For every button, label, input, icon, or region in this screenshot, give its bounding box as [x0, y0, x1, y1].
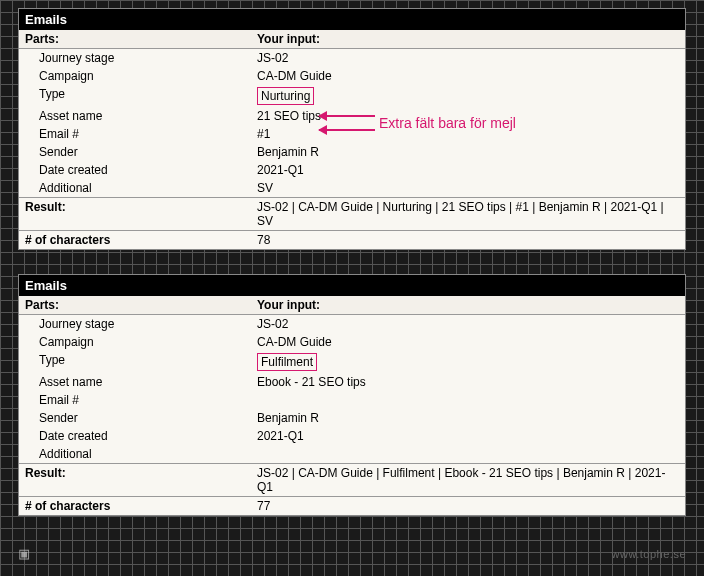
result-row: Result:JS-02 | CA-DM Guide | Fulfilment …: [19, 464, 685, 497]
table-row: CampaignCA-DM Guide: [19, 67, 685, 85]
row-label: Sender: [19, 409, 251, 427]
table-row: TypeFulfilment: [19, 351, 685, 373]
row-value: [251, 391, 685, 409]
chars-value: 78: [251, 231, 685, 250]
chars-row: # of characters78: [19, 231, 685, 250]
table-row: Additional: [19, 445, 685, 464]
table-row: Asset name21 SEO tips: [19, 107, 685, 125]
table-row: Email ##1: [19, 125, 685, 143]
card-title: Emails: [19, 9, 685, 30]
table-row: CampaignCA-DM Guide: [19, 333, 685, 351]
row-label: Additional: [19, 179, 251, 198]
header-input: Your input:: [251, 296, 685, 315]
chars-row: # of characters77: [19, 497, 685, 516]
header-parts: Parts:: [19, 296, 251, 315]
row-label: Type: [19, 351, 251, 373]
row-label: Email #: [19, 125, 251, 143]
row-label: Sender: [19, 143, 251, 161]
row-value: Benjamin R: [251, 409, 685, 427]
highlighted-value: Nurturing: [257, 87, 314, 105]
parts-table: Parts: Your input: Journey stageJS-02 Ca…: [19, 296, 685, 515]
table-row: Date created2021-Q1: [19, 427, 685, 445]
row-label: Date created: [19, 427, 251, 445]
table-row: Journey stageJS-02: [19, 49, 685, 68]
row-value: 2021-Q1: [251, 427, 685, 445]
footer-url: www.tophe.se: [612, 548, 686, 560]
table-row: Email #: [19, 391, 685, 409]
highlighted-value: Fulfilment: [257, 353, 317, 371]
row-value: Benjamin R: [251, 143, 685, 161]
row-value: Ebook - 21 SEO tips: [251, 373, 685, 391]
table-row: Date created2021-Q1: [19, 161, 685, 179]
row-value: JS-02: [251, 315, 685, 334]
row-label: Journey stage: [19, 49, 251, 68]
table-header: Parts: Your input:: [19, 30, 685, 49]
chars-value: 77: [251, 497, 685, 516]
card-title: Emails: [19, 275, 685, 296]
row-value: CA-DM Guide: [251, 333, 685, 351]
chars-label: # of characters: [19, 497, 251, 516]
table-row: Asset nameEbook - 21 SEO tips: [19, 373, 685, 391]
table-header: Parts: Your input:: [19, 296, 685, 315]
logo-icon: ◈: [12, 541, 37, 566]
row-label: Date created: [19, 161, 251, 179]
row-value: Fulfilment: [251, 351, 685, 373]
table-row: AdditionalSV: [19, 179, 685, 198]
result-value: JS-02 | CA-DM Guide | Fulfilment | Ebook…: [251, 464, 685, 497]
row-label: Campaign: [19, 333, 251, 351]
result-value: JS-02 | CA-DM Guide | Nurturing | 21 SEO…: [251, 198, 685, 231]
table-row: SenderBenjamin R: [19, 409, 685, 427]
row-label: Asset name: [19, 373, 251, 391]
email-table-card: Emails Parts: Your input: Journey stageJ…: [18, 274, 686, 516]
table-row: TypeNurturing: [19, 85, 685, 107]
row-label: Campaign: [19, 67, 251, 85]
row-value: JS-02: [251, 49, 685, 68]
row-label: Additional: [19, 445, 251, 464]
header-parts: Parts:: [19, 30, 251, 49]
row-value: [251, 445, 685, 464]
result-row: Result:JS-02 | CA-DM Guide | Nurturing |…: [19, 198, 685, 231]
row-value: #1: [251, 125, 685, 143]
row-value: CA-DM Guide: [251, 67, 685, 85]
row-value: SV: [251, 179, 685, 198]
row-label: Email #: [19, 391, 251, 409]
email-table-card: Emails Parts: Your input: Journey stageJ…: [18, 8, 686, 250]
table-row: SenderBenjamin R: [19, 143, 685, 161]
chars-label: # of characters: [19, 231, 251, 250]
parts-table: Parts: Your input: Journey stageJS-02 Ca…: [19, 30, 685, 249]
result-label: Result:: [19, 464, 251, 497]
content: Emails Parts: Your input: Journey stageJ…: [18, 8, 686, 540]
header-input: Your input:: [251, 30, 685, 49]
result-label: Result:: [19, 198, 251, 231]
row-value: 2021-Q1: [251, 161, 685, 179]
table-row: Journey stageJS-02: [19, 315, 685, 334]
row-value: 21 SEO tips: [251, 107, 685, 125]
row-label: Journey stage: [19, 315, 251, 334]
row-label: Asset name: [19, 107, 251, 125]
row-label: Type: [19, 85, 251, 107]
row-value: Nurturing: [251, 85, 685, 107]
footer: ◈ www.tophe.se: [0, 540, 704, 568]
